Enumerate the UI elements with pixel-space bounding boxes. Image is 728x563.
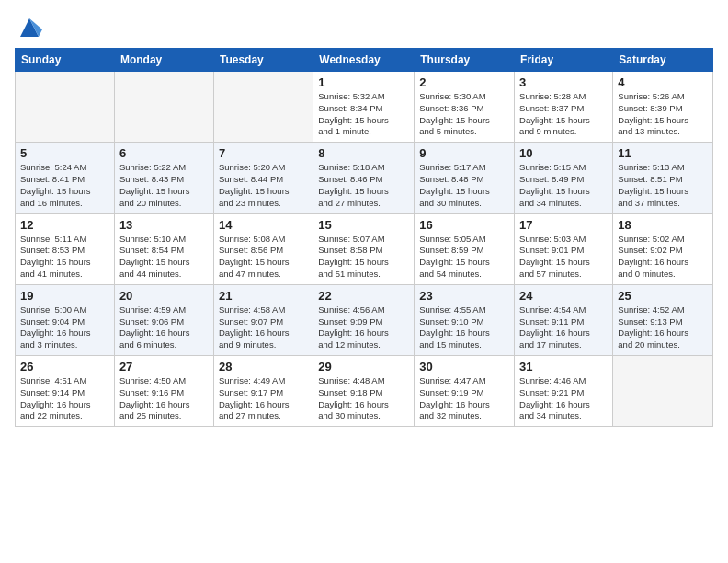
calendar-day-cell: 30Sunrise: 4:47 AM Sunset: 9:19 PM Dayli… — [415, 356, 515, 427]
day-info: Sunrise: 5:32 AM Sunset: 8:34 PM Dayligh… — [318, 91, 409, 138]
calendar-week-row: 26Sunrise: 4:51 AM Sunset: 9:14 PM Dayli… — [16, 356, 713, 427]
day-number: 30 — [419, 360, 509, 373]
calendar-day-cell — [613, 356, 713, 427]
day-info: Sunrise: 5:13 AM Sunset: 8:51 PM Dayligh… — [618, 162, 708, 209]
header-day-tuesday: Tuesday — [213, 49, 313, 72]
calendar-day-cell: 5Sunrise: 5:24 AM Sunset: 8:41 PM Daylig… — [16, 143, 115, 213]
day-info: Sunrise: 5:02 AM Sunset: 9:02 PM Dayligh… — [618, 234, 708, 281]
calendar-day-cell: 18Sunrise: 5:02 AM Sunset: 9:02 PM Dayli… — [613, 213, 713, 284]
header-day-thursday: Thursday — [415, 49, 515, 72]
calendar-week-row: 19Sunrise: 5:00 AM Sunset: 9:04 PM Dayli… — [16, 284, 713, 355]
day-number: 1 — [318, 75, 409, 89]
day-info: Sunrise: 5:28 AM Sunset: 8:37 PM Dayligh… — [519, 91, 608, 138]
calendar-day-cell: 24Sunrise: 4:54 AM Sunset: 9:11 PM Dayli… — [515, 284, 613, 355]
calendar-day-cell: 1Sunrise: 5:32 AM Sunset: 8:34 PM Daylig… — [313, 72, 415, 143]
day-number: 20 — [119, 289, 209, 303]
calendar-day-cell: 22Sunrise: 4:56 AM Sunset: 9:09 PM Dayli… — [313, 284, 415, 355]
day-info: Sunrise: 4:58 AM Sunset: 9:07 PM Dayligh… — [219, 304, 308, 351]
calendar-day-cell: 31Sunrise: 4:46 AM Sunset: 9:21 PM Dayli… — [515, 356, 613, 427]
calendar-day-cell: 20Sunrise: 4:59 AM Sunset: 9:06 PM Dayli… — [114, 284, 213, 355]
calendar-day-cell: 17Sunrise: 5:03 AM Sunset: 9:01 PM Dayli… — [515, 213, 613, 284]
header-day-wednesday: Wednesday — [313, 49, 415, 72]
day-info: Sunrise: 5:15 AM Sunset: 8:49 PM Dayligh… — [519, 162, 608, 209]
calendar-day-cell: 19Sunrise: 5:00 AM Sunset: 9:04 PM Dayli… — [16, 284, 115, 355]
calendar-day-cell: 12Sunrise: 5:11 AM Sunset: 8:53 PM Dayli… — [16, 213, 115, 284]
day-info: Sunrise: 4:55 AM Sunset: 9:10 PM Dayligh… — [419, 304, 509, 351]
day-info: Sunrise: 4:51 AM Sunset: 9:14 PM Dayligh… — [20, 375, 109, 422]
calendar-day-cell: 25Sunrise: 4:52 AM Sunset: 9:13 PM Dayli… — [613, 284, 713, 355]
calendar-day-cell: 11Sunrise: 5:13 AM Sunset: 8:51 PM Dayli… — [613, 143, 713, 213]
day-number: 9 — [419, 146, 509, 160]
day-number: 3 — [519, 75, 608, 89]
day-number: 25 — [618, 289, 708, 303]
day-info: Sunrise: 5:18 AM Sunset: 8:46 PM Dayligh… — [318, 162, 409, 209]
day-info: Sunrise: 4:46 AM Sunset: 9:21 PM Dayligh… — [519, 375, 608, 422]
day-number: 23 — [419, 289, 509, 303]
day-number: 24 — [519, 289, 608, 303]
calendar-day-cell: 2Sunrise: 5:30 AM Sunset: 8:36 PM Daylig… — [415, 72, 515, 143]
calendar-day-cell: 16Sunrise: 5:05 AM Sunset: 8:59 PM Dayli… — [415, 213, 515, 284]
day-info: Sunrise: 5:11 AM Sunset: 8:53 PM Dayligh… — [20, 234, 109, 281]
calendar-day-cell — [114, 72, 213, 143]
header — [15, 15, 713, 40]
logo — [15, 15, 42, 40]
calendar-day-cell: 10Sunrise: 5:15 AM Sunset: 8:49 PM Dayli… — [515, 143, 613, 213]
day-info: Sunrise: 4:50 AM Sunset: 9:16 PM Dayligh… — [119, 375, 209, 422]
day-number: 13 — [119, 218, 209, 232]
header-day-sunday: Sunday — [16, 49, 115, 72]
day-number: 29 — [318, 360, 409, 373]
day-info: Sunrise: 5:20 AM Sunset: 8:44 PM Dayligh… — [219, 162, 308, 209]
calendar-week-row: 5Sunrise: 5:24 AM Sunset: 8:41 PM Daylig… — [16, 143, 713, 213]
calendar-day-cell — [16, 72, 115, 143]
day-number: 17 — [519, 218, 608, 232]
calendar-day-cell: 9Sunrise: 5:17 AM Sunset: 8:48 PM Daylig… — [415, 143, 515, 213]
calendar: SundayMondayTuesdayWednesdayThursdayFrid… — [15, 48, 713, 427]
day-info: Sunrise: 5:05 AM Sunset: 8:59 PM Dayligh… — [419, 234, 509, 281]
calendar-day-cell: 8Sunrise: 5:18 AM Sunset: 8:46 PM Daylig… — [313, 143, 415, 213]
day-info: Sunrise: 5:00 AM Sunset: 9:04 PM Dayligh… — [20, 304, 109, 351]
calendar-day-cell: 21Sunrise: 4:58 AM Sunset: 9:07 PM Dayli… — [213, 284, 313, 355]
logo-icon — [17, 15, 42, 40]
calendar-day-cell: 15Sunrise: 5:07 AM Sunset: 8:58 PM Dayli… — [313, 213, 415, 284]
day-number: 26 — [20, 360, 109, 373]
day-number: 14 — [219, 218, 308, 232]
day-info: Sunrise: 5:24 AM Sunset: 8:41 PM Dayligh… — [20, 162, 109, 209]
day-info: Sunrise: 5:03 AM Sunset: 9:01 PM Dayligh… — [519, 234, 608, 281]
day-number: 8 — [318, 146, 409, 160]
day-number: 15 — [318, 218, 409, 232]
day-number: 16 — [419, 218, 509, 232]
calendar-header-row: SundayMondayTuesdayWednesdayThursdayFrid… — [16, 49, 713, 72]
day-info: Sunrise: 5:26 AM Sunset: 8:39 PM Dayligh… — [618, 91, 708, 138]
calendar-day-cell: 6Sunrise: 5:22 AM Sunset: 8:43 PM Daylig… — [114, 143, 213, 213]
day-number: 22 — [318, 289, 409, 303]
day-info: Sunrise: 5:08 AM Sunset: 8:56 PM Dayligh… — [219, 234, 308, 281]
day-number: 18 — [618, 218, 708, 232]
day-info: Sunrise: 4:48 AM Sunset: 9:18 PM Dayligh… — [318, 375, 409, 422]
day-info: Sunrise: 4:52 AM Sunset: 9:13 PM Dayligh… — [618, 304, 708, 351]
day-number: 19 — [20, 289, 109, 303]
calendar-day-cell: 14Sunrise: 5:08 AM Sunset: 8:56 PM Dayli… — [213, 213, 313, 284]
calendar-day-cell: 26Sunrise: 4:51 AM Sunset: 9:14 PM Dayli… — [16, 356, 115, 427]
day-info: Sunrise: 4:49 AM Sunset: 9:17 PM Dayligh… — [219, 375, 308, 422]
day-number: 10 — [519, 146, 608, 160]
day-info: Sunrise: 5:17 AM Sunset: 8:48 PM Dayligh… — [419, 162, 509, 209]
day-info: Sunrise: 4:59 AM Sunset: 9:06 PM Dayligh… — [119, 304, 209, 351]
header-day-saturday: Saturday — [613, 49, 713, 72]
calendar-day-cell: 29Sunrise: 4:48 AM Sunset: 9:18 PM Dayli… — [313, 356, 415, 427]
day-info: Sunrise: 5:30 AM Sunset: 8:36 PM Dayligh… — [419, 91, 509, 138]
day-number: 11 — [618, 146, 708, 160]
calendar-week-row: 1Sunrise: 5:32 AM Sunset: 8:34 PM Daylig… — [16, 72, 713, 143]
day-number: 21 — [219, 289, 308, 303]
calendar-day-cell: 27Sunrise: 4:50 AM Sunset: 9:16 PM Dayli… — [114, 356, 213, 427]
day-info: Sunrise: 5:07 AM Sunset: 8:58 PM Dayligh… — [318, 234, 409, 281]
calendar-day-cell: 7Sunrise: 5:20 AM Sunset: 8:44 PM Daylig… — [213, 143, 313, 213]
day-number: 6 — [119, 146, 209, 160]
day-info: Sunrise: 4:47 AM Sunset: 9:19 PM Dayligh… — [419, 375, 509, 422]
calendar-day-cell: 28Sunrise: 4:49 AM Sunset: 9:17 PM Dayli… — [213, 356, 313, 427]
day-number: 31 — [519, 360, 608, 373]
header-day-friday: Friday — [515, 49, 613, 72]
day-number: 4 — [618, 75, 708, 89]
calendar-week-row: 12Sunrise: 5:11 AM Sunset: 8:53 PM Dayli… — [16, 213, 713, 284]
day-number: 27 — [119, 360, 209, 373]
day-info: Sunrise: 4:54 AM Sunset: 9:11 PM Dayligh… — [519, 304, 608, 351]
